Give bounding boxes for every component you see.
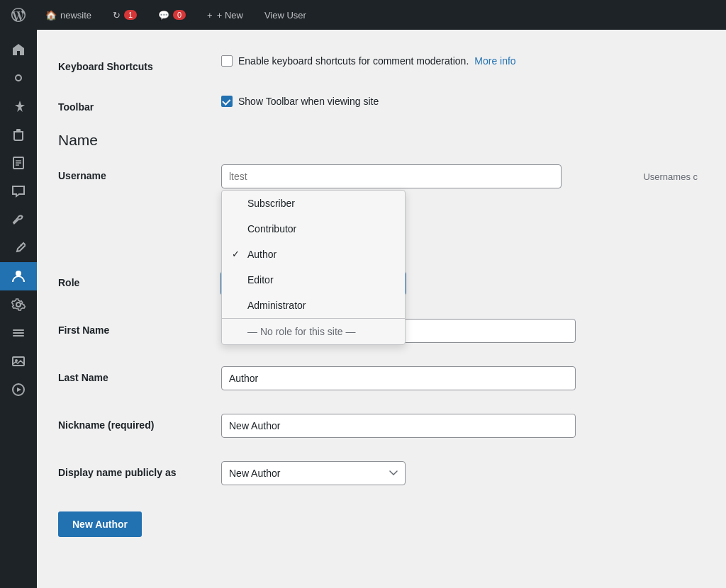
keyboard-shortcuts-row: Keyboard Shortcuts Enable keyboard short…	[58, 44, 705, 84]
view-user-label: View User	[264, 10, 306, 21]
nickname-field	[221, 414, 705, 438]
home-icon: 🏠	[45, 10, 57, 21]
sidebar-item-media[interactable]	[0, 347, 37, 375]
display-name-field: New Author Author ltest	[221, 461, 705, 485]
new-label: + New	[217, 10, 243, 21]
last-name-row: Last Name	[58, 355, 705, 402]
keyboard-shortcuts-label: Keyboard Shortcuts	[58, 55, 221, 72]
name-section-heading: Name	[58, 132, 705, 149]
toolbar-row: Toolbar Show Toolbar when viewing site	[58, 84, 705, 125]
sidebar	[0, 30, 37, 588]
toolbar-checkbox[interactable]	[221, 96, 233, 107]
main-content: Keyboard Shortcuts Enable keyboard short…	[37, 30, 726, 588]
last-name-field	[221, 366, 705, 390]
sidebar-item-dashboard[interactable]	[0, 35, 37, 64]
submit-area: New Author	[58, 497, 705, 551]
keyboard-shortcuts-more-info[interactable]: More info	[474, 55, 515, 67]
svg-point-7	[16, 271, 21, 276]
svg-marker-14	[17, 388, 21, 392]
comments-icon: 💬	[158, 10, 169, 21]
svg-rect-9	[13, 332, 24, 334]
keyboard-shortcuts-field: Enable keyboard shortcuts for comment mo…	[221, 55, 705, 67]
sidebar-item-plugins[interactable]	[0, 120, 37, 149]
keyboard-shortcuts-checkbox[interactable]	[221, 55, 233, 67]
svg-rect-8	[13, 329, 24, 331]
username-field: Usernames c Subscriber Contributor Autho…	[221, 164, 705, 188]
admin-bar-new[interactable]: + + New	[203, 0, 247, 30]
role-option-administrator[interactable]: Administrator	[222, 293, 405, 318]
sidebar-item-play[interactable]	[0, 375, 37, 404]
admin-bar-view-user[interactable]: View User	[260, 0, 311, 30]
svg-rect-11	[13, 357, 24, 366]
username-row: Username Usernames c Subscriber Contribu…	[58, 153, 705, 200]
toolbar-label: Toolbar	[58, 96, 221, 113]
role-option-contributor[interactable]: Contributor	[222, 216, 405, 242]
toolbar-checkbox-label: Show Toolbar when viewing site	[238, 96, 379, 107]
display-name-select[interactable]: New Author Author ltest	[221, 461, 406, 485]
admin-bar-comments[interactable]: 💬 0	[154, 0, 190, 30]
sidebar-item-tools1[interactable]	[0, 205, 37, 234]
new-author-button[interactable]: New Author	[58, 511, 142, 537]
sidebar-item-appearance[interactable]	[0, 64, 37, 92]
updates-icon: ↻	[113, 10, 121, 21]
nickname-row: Nickname (required)	[58, 402, 705, 450]
role-option-author[interactable]: Author	[222, 242, 405, 267]
admin-bar-updates[interactable]: ↻ 1	[108, 0, 141, 30]
role-option-subscriber[interactable]: Subscriber	[222, 191, 405, 216]
sidebar-item-comments[interactable]	[0, 177, 37, 205]
admin-bar-site[interactable]: 🏠 newsite	[41, 0, 96, 30]
username-note: Usernames c	[643, 171, 698, 182]
role-option-no-role[interactable]: — No role for this site —	[222, 318, 405, 344]
svg-point-0	[16, 75, 21, 81]
sidebar-item-pages[interactable]	[0, 149, 37, 177]
svg-rect-10	[13, 335, 24, 337]
role-option-editor[interactable]: Editor	[222, 267, 405, 293]
sidebar-item-users[interactable]	[0, 262, 37, 290]
role-dropdown: Subscriber Contributor Author Editor Adm…	[221, 190, 406, 345]
sidebar-item-settings[interactable]	[0, 290, 37, 319]
sidebar-item-tools2[interactable]	[0, 234, 37, 262]
admin-bar: 🏠 newsite ↻ 1 💬 0 + + New View User	[0, 0, 726, 30]
role-label: Role	[58, 271, 221, 288]
first-name-label: First Name	[58, 319, 221, 336]
username-input[interactable]	[221, 164, 562, 188]
display-name-label: Display name publicly as	[58, 461, 221, 478]
plus-icon: +	[207, 10, 213, 21]
keyboard-shortcuts-checkbox-label: Enable keyboard shortcuts for comment mo…	[238, 55, 469, 67]
username-label: Username	[58, 164, 221, 181]
nickname-input[interactable]	[221, 414, 576, 438]
site-name: newsite	[60, 10, 91, 21]
last-name-label: Last Name	[58, 366, 221, 383]
sidebar-item-pin[interactable]	[0, 92, 37, 120]
last-name-input[interactable]	[221, 366, 576, 390]
toolbar-field: Show Toolbar when viewing site	[221, 96, 705, 107]
nickname-label: Nickname (required)	[58, 414, 221, 431]
wp-logo[interactable]	[9, 5, 28, 25]
comments-count: 0	[173, 10, 186, 20]
sidebar-item-collapse[interactable]	[0, 319, 37, 347]
display-name-row: Display name publicly as New Author Auth…	[58, 450, 705, 497]
wp-layout: Keyboard Shortcuts Enable keyboard short…	[0, 30, 726, 588]
updates-count: 1	[124, 10, 137, 20]
